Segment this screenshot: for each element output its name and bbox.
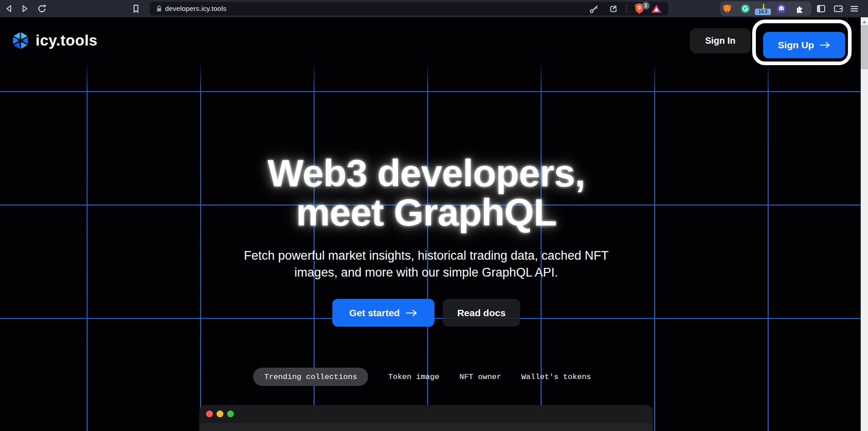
- bookmark-button[interactable]: [130, 3, 141, 14]
- arrow-right-icon: [406, 309, 418, 317]
- menu-button[interactable]: [849, 3, 860, 14]
- sign-in-label: Sign In: [705, 36, 736, 46]
- signup-highlight-ring: Sign Up: [752, 20, 852, 65]
- arrow-right-icon: [820, 41, 831, 49]
- sign-up-label: Sign Up: [778, 40, 814, 51]
- tab-nft-owner[interactable]: NFT owner: [460, 373, 501, 381]
- shield-badge: 2: [642, 2, 650, 10]
- extension-badge: 14.3: [755, 9, 771, 15]
- read-docs-label: Read docs: [457, 308, 506, 318]
- share-icon[interactable]: [608, 4, 618, 14]
- tab-token-image[interactable]: Token image: [388, 373, 439, 381]
- reload-icon: [36, 3, 47, 14]
- traffic-light-green: [227, 410, 234, 417]
- hero-subtitle: Fetch powerful market insights, historic…: [228, 247, 625, 281]
- sidebar-toggle-button[interactable]: [816, 3, 827, 14]
- hero-title: Web3 developers, meet GraphQL: [107, 154, 745, 232]
- wallet-button[interactable]: [833, 3, 844, 14]
- metamask-icon[interactable]: [722, 4, 732, 13]
- omnibox-divider: [626, 4, 627, 13]
- page-content: icy.tools Sign In Sign Up Web3 developer…: [0, 17, 861, 431]
- reload-button[interactable]: [36, 3, 47, 14]
- menu-icon: [850, 4, 859, 13]
- grid-line: [768, 61, 769, 431]
- site-logo[interactable]: icy.tools: [10, 30, 98, 51]
- example-tabs: Trending collections Token image NFT own…: [253, 368, 591, 386]
- phantom-icon[interactable]: [776, 4, 786, 14]
- scrollbar-thumb[interactable]: [861, 25, 868, 69]
- browser-window: developers.icy.tools 2: [0, 0, 868, 431]
- sign-in-button[interactable]: Sign In: [690, 28, 751, 53]
- browser-toolbar: developers.icy.tools 2: [0, 0, 868, 17]
- scrollbar-up-arrow[interactable]: [863, 21, 866, 23]
- sidebar-icon: [816, 4, 826, 14]
- grammarly-icon[interactable]: [741, 4, 750, 13]
- extensions-puzzle-icon[interactable]: [796, 5, 804, 13]
- hero-title-line-2: meet GraphQL: [107, 193, 745, 232]
- wallet-icon: [833, 4, 843, 14]
- code-example-window: [199, 405, 653, 431]
- icy-tools-logo-icon: [10, 30, 31, 51]
- traffic-light-yellow: [217, 410, 223, 417]
- tab-trending-collections[interactable]: Trending collections: [253, 368, 368, 386]
- key-icon[interactable]: [589, 4, 599, 14]
- grid-line: [654, 61, 655, 431]
- back-icon: [4, 3, 15, 14]
- get-started-label: Get started: [349, 308, 400, 318]
- page-scrollbar[interactable]: [861, 17, 868, 431]
- address-bar[interactable]: developers.icy.tools 2: [150, 2, 668, 15]
- bat-icon[interactable]: [651, 4, 662, 14]
- traffic-light-red: [206, 410, 213, 417]
- hero-title-line-1: Web3 developers,: [107, 154, 745, 193]
- grid-line: [200, 61, 201, 431]
- tab-wallets-tokens[interactable]: Wallet's tokens: [522, 373, 591, 381]
- cta-row: Get started Read docs: [230, 299, 622, 327]
- get-started-button[interactable]: Get started: [332, 299, 434, 327]
- code-window-body: [199, 423, 653, 431]
- bookmark-icon: [130, 3, 141, 14]
- brand-wordmark: icy.tools: [36, 32, 98, 49]
- forward-icon: [19, 3, 30, 14]
- url-text[interactable]: developers.icy.tools: [165, 2, 227, 15]
- forward-button[interactable]: [19, 3, 30, 14]
- grid-line: [87, 61, 88, 431]
- lock-icon: [155, 5, 163, 13]
- grid-line: [0, 91, 861, 92]
- read-docs-button[interactable]: Read docs: [443, 299, 520, 327]
- back-button[interactable]: [4, 3, 15, 14]
- sign-up-button[interactable]: Sign Up: [763, 32, 845, 58]
